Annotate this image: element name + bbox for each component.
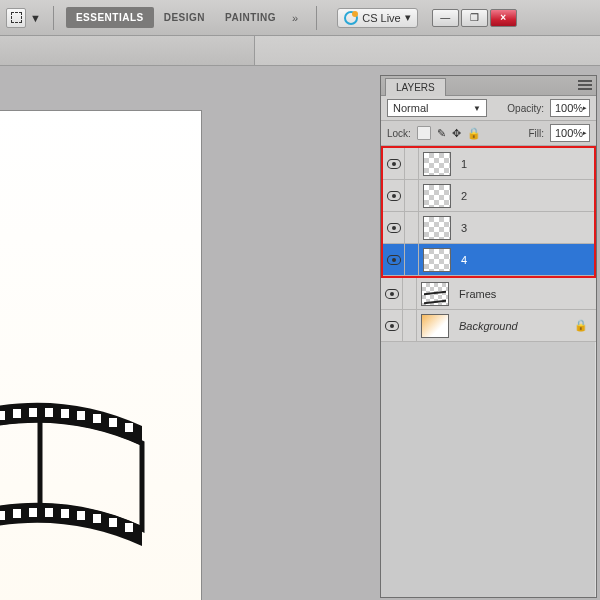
layer-name[interactable]: Background <box>459 320 518 332</box>
lock-all-icon[interactable]: 🔒 <box>467 127 481 140</box>
lock-label: Lock: <box>387 128 411 139</box>
layer-name[interactable]: 1 <box>461 158 467 170</box>
layer-name[interactable]: 3 <box>461 222 467 234</box>
layer-thumbnail[interactable] <box>423 248 451 272</box>
document-tab[interactable] <box>0 36 255 65</box>
chevron-down-icon: ▼ <box>473 104 481 113</box>
artboard <box>0 111 201 600</box>
svg-rect-8 <box>77 411 85 420</box>
svg-rect-10 <box>109 418 117 427</box>
link-column[interactable] <box>405 244 419 275</box>
selection-tool-preset[interactable] <box>6 8 26 28</box>
layer-list: 1 2 3 4 F <box>381 146 596 342</box>
app-menu-bar: ▼ ESSENTIALS DESIGN PAINTING » CS Live ▾… <box>0 0 600 36</box>
chevron-down-icon[interactable]: ▼ <box>30 12 41 24</box>
film-strip-graphic <box>0 391 157 571</box>
minimize-button[interactable]: — <box>432 9 459 27</box>
chevron-right-icon: ▸ <box>583 129 587 137</box>
chevron-right-icon: ▸ <box>583 104 587 112</box>
lock-brush-icon[interactable]: ✎ <box>437 127 446 140</box>
visibility-toggle-icon[interactable] <box>387 255 401 265</box>
svg-rect-21 <box>93 514 101 523</box>
link-column[interactable] <box>403 278 417 309</box>
maximize-button[interactable]: ❐ <box>461 9 488 27</box>
lock-position-icon[interactable]: ✥ <box>452 127 461 140</box>
layer-name[interactable]: 4 <box>461 254 467 266</box>
workspace-painting[interactable]: PAINTING <box>215 7 286 28</box>
visibility-toggle-icon[interactable] <box>385 321 399 331</box>
opacity-value: 100% <box>555 102 583 114</box>
window-controls: — ❐ × <box>432 9 517 27</box>
svg-rect-20 <box>77 511 85 520</box>
opacity-input[interactable]: 100% ▸ <box>550 99 590 117</box>
lock-fill-row: Lock: ✎ ✥ 🔒 Fill: 100% ▸ <box>381 121 596 146</box>
layer-row[interactable]: 2 <box>383 180 594 212</box>
chevron-down-icon: ▾ <box>405 11 411 24</box>
layer-row[interactable]: 3 <box>383 212 594 244</box>
link-column[interactable] <box>405 180 419 211</box>
close-button[interactable]: × <box>490 9 517 27</box>
panel-tab-bar: LAYERS <box>381 76 596 96</box>
svg-rect-23 <box>125 523 133 532</box>
visibility-toggle-icon[interactable] <box>385 289 399 299</box>
link-column[interactable] <box>405 212 419 243</box>
layer-row[interactable]: Background 🔒 <box>381 310 596 342</box>
blend-mode-select[interactable]: Normal ▼ <box>387 99 487 117</box>
svg-rect-17 <box>29 508 37 517</box>
lock-transparent-icon[interactable] <box>417 126 431 140</box>
svg-rect-7 <box>61 409 69 418</box>
workspace-essentials[interactable]: ESSENTIALS <box>66 7 154 28</box>
layer-thumbnail[interactable] <box>423 184 451 208</box>
svg-rect-9 <box>93 414 101 423</box>
svg-rect-5 <box>29 408 37 417</box>
workspace-design[interactable]: DESIGN <box>154 7 215 28</box>
panel-menu-icon[interactable] <box>578 80 592 92</box>
workspace-more[interactable]: » <box>286 12 304 24</box>
cs-live-button[interactable]: CS Live ▾ <box>337 8 418 28</box>
workspace-switcher: ESSENTIALS DESIGN PAINTING » <box>66 7 304 28</box>
svg-rect-16 <box>13 509 21 518</box>
layer-row-selected[interactable]: 4 <box>383 244 594 276</box>
opacity-label: Opacity: <box>507 103 544 114</box>
layer-thumbnail[interactable] <box>421 314 449 338</box>
fill-value: 100% <box>555 127 583 139</box>
layers-panel: LAYERS Normal ▼ Opacity: 100% ▸ Lock: ✎ … <box>380 75 597 598</box>
document-tab-bar <box>0 36 600 66</box>
separator <box>53 6 54 30</box>
visibility-toggle-icon[interactable] <box>387 223 401 233</box>
layer-thumbnail[interactable] <box>423 216 451 240</box>
cs-live-label: CS Live <box>362 12 401 24</box>
marquee-icon <box>11 12 22 23</box>
svg-rect-3 <box>0 411 5 420</box>
svg-rect-18 <box>45 508 53 517</box>
layer-name[interactable]: 2 <box>461 190 467 202</box>
blend-mode-value: Normal <box>393 102 428 114</box>
layer-row[interactable]: Frames <box>381 278 596 310</box>
link-column[interactable] <box>403 310 417 341</box>
svg-rect-4 <box>13 409 21 418</box>
link-column[interactable] <box>405 148 419 179</box>
svg-rect-6 <box>45 408 53 417</box>
layer-name[interactable]: Frames <box>459 288 496 300</box>
svg-rect-15 <box>0 511 5 520</box>
svg-rect-22 <box>109 518 117 527</box>
separator <box>316 6 317 30</box>
lock-icon[interactable]: 🔒 <box>574 319 588 332</box>
visibility-toggle-icon[interactable] <box>387 191 401 201</box>
layer-thumbnail[interactable] <box>421 282 449 306</box>
layers-tab[interactable]: LAYERS <box>385 78 446 96</box>
tool-options: ▼ <box>6 8 41 28</box>
visibility-toggle-icon[interactable] <box>387 159 401 169</box>
fill-label: Fill: <box>528 128 544 139</box>
layer-row[interactable]: 1 <box>383 148 594 180</box>
svg-rect-11 <box>125 423 133 432</box>
blend-opacity-row: Normal ▼ Opacity: 100% ▸ <box>381 96 596 121</box>
cs-live-icon <box>344 11 358 25</box>
layer-thumbnail[interactable] <box>423 152 451 176</box>
fill-input[interactable]: 100% ▸ <box>550 124 590 142</box>
highlight-box: 1 2 3 4 <box>381 146 596 278</box>
svg-rect-19 <box>61 509 69 518</box>
